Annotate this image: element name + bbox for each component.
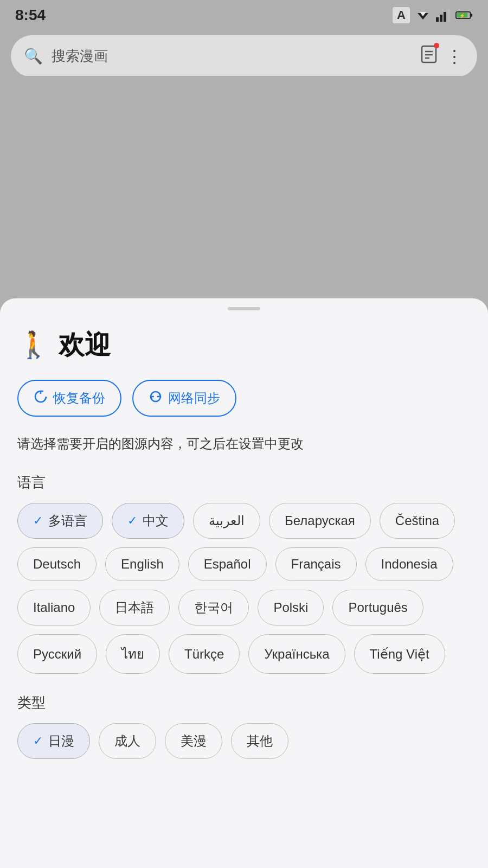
tag-label: 美漫 [181, 732, 207, 750]
restore-backup-label: 恢复备份 [53, 390, 105, 407]
bottom-sheet: 🚶 欢迎 恢复备份 网络同步 [0, 298, 488, 868]
language-tag-indonesia[interactable]: Indonesia [365, 547, 453, 581]
battery-icon: ⚡ [455, 10, 473, 21]
tag-label: 其他 [247, 732, 273, 750]
tag-label: 中文 [143, 512, 169, 529]
language-tag-russian[interactable]: Русский [17, 634, 97, 674]
tag-label: 多语言 [48, 512, 87, 529]
status-bar: 8:54 A ⚡ [0, 0, 488, 28]
tag-label: Tiếng Việt [370, 647, 429, 662]
language-tag-deutsch[interactable]: Deutsch [17, 547, 97, 581]
tag-label: Türkçe [184, 647, 224, 662]
tag-label: Deutsch [33, 557, 81, 572]
top-bar: 🔍 搜索漫画 ⋮ [0, 30, 488, 82]
wifi-icon [414, 9, 432, 22]
language-tag-chinese[interactable]: ✓中文 [112, 503, 184, 539]
tag-label: Беларуская [285, 513, 355, 528]
keyboard-indicator: A [393, 7, 410, 23]
restore-backup-button[interactable]: 恢复备份 [17, 380, 121, 417]
category-tag-other[interactable]: 其他 [231, 723, 288, 759]
more-options-button[interactable]: ⋮ [446, 46, 464, 67]
status-icons: A ⚡ [393, 7, 473, 23]
tag-label: Français [291, 557, 341, 572]
language-tag-ukrainian[interactable]: Українська [248, 634, 345, 674]
tag-label: 成人 [114, 732, 140, 750]
check-icon: ✓ [127, 514, 137, 528]
tag-label: 日漫 [48, 732, 74, 750]
welcome-header: 🚶 欢迎 [17, 328, 471, 362]
welcome-title: 欢迎 [59, 328, 111, 362]
language-tags: ✓多语言✓中文العربيةБеларускаяČeštinaDeutschEn… [17, 503, 471, 674]
language-tag-korean[interactable]: 한국어 [178, 590, 249, 626]
language-section-label: 语言 [17, 473, 471, 492]
restore-icon [34, 390, 48, 407]
language-tag-turkish[interactable]: Türkçe [169, 634, 240, 674]
signal-icon [436, 9, 451, 22]
language-tag-english[interactable]: English [105, 547, 179, 581]
notification-badge [434, 43, 439, 48]
category-tags: ✓日漫成人美漫其他 [17, 723, 471, 759]
svg-rect-3 [440, 15, 442, 22]
download-button[interactable] [421, 45, 437, 67]
language-tag-czech[interactable]: Čeština [380, 503, 455, 539]
svg-text:⚡: ⚡ [459, 12, 466, 19]
tag-label: Português [348, 600, 407, 615]
status-time: 8:54 [15, 7, 46, 24]
svg-rect-7 [471, 14, 473, 16]
language-tag-japanese[interactable]: 日本語 [99, 590, 170, 626]
tag-label: 日本語 [115, 599, 154, 616]
sheet-handle [228, 307, 260, 310]
category-section-label: 类型 [17, 693, 471, 712]
language-tag-belarusian[interactable]: Беларуская [269, 503, 371, 539]
sync-icon [149, 390, 163, 407]
svg-rect-5 [447, 9, 450, 22]
language-tag-portuguese[interactable]: Português [332, 590, 423, 626]
tag-label: ไทย [121, 643, 144, 665]
tag-label: العربية [209, 513, 245, 528]
language-tag-italiano[interactable]: Italiano [17, 590, 91, 626]
tag-label: Polski [273, 600, 308, 615]
svg-rect-4 [444, 12, 446, 22]
search-placeholder: 搜索漫画 [52, 47, 412, 66]
tag-label: Русский [33, 647, 81, 662]
tag-label: Indonesia [381, 557, 438, 572]
tag-label: Čeština [395, 513, 439, 528]
category-tag-japanese-manga[interactable]: ✓日漫 [17, 723, 90, 759]
language-tag-espanol[interactable]: Español [188, 547, 267, 581]
language-tag-vietnamese[interactable]: Tiếng Việt [354, 634, 445, 674]
language-tag-thai[interactable]: ไทย [106, 634, 160, 674]
search-icon: 🔍 [24, 47, 43, 65]
welcome-person-icon: 🚶 [17, 330, 50, 360]
language-tag-polski[interactable]: Polski [258, 590, 324, 626]
svg-rect-2 [436, 17, 439, 22]
category-tag-webtoon[interactable]: 美漫 [165, 723, 222, 759]
description-text: 请选择需要开启的图源内容，可之后在设置中更改 [17, 434, 471, 454]
tag-label: English [121, 557, 164, 572]
tag-label: Italiano [33, 600, 75, 615]
language-tag-multi[interactable]: ✓多语言 [17, 503, 103, 539]
search-bar[interactable]: 🔍 搜索漫画 ⋮ [11, 35, 477, 77]
network-sync-button[interactable]: 网络同步 [132, 380, 236, 417]
network-sync-label: 网络同步 [168, 390, 220, 407]
check-icon: ✓ [33, 734, 43, 748]
language-tag-arabic[interactable]: العربية [193, 503, 260, 539]
tag-label: Español [204, 557, 251, 572]
action-buttons: 恢复备份 网络同步 [17, 380, 471, 417]
tag-label: 한국어 [194, 599, 233, 616]
search-actions: ⋮ [421, 45, 464, 67]
check-icon: ✓ [33, 514, 43, 528]
category-tag-adult[interactable]: 成人 [99, 723, 156, 759]
tag-label: Українська [264, 647, 329, 662]
language-tag-francais[interactable]: Français [275, 547, 357, 581]
